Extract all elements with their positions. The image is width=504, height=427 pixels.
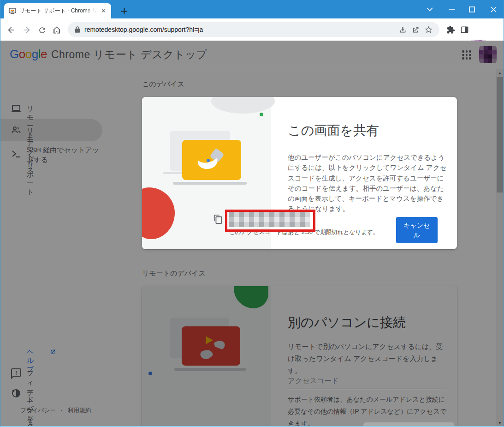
new-tab-button[interactable]: [119, 6, 130, 17]
cancel-button[interactable]: キャンセル: [396, 217, 438, 243]
download-icon: [398, 25, 407, 34]
bookmark-star-button[interactable]: [422, 23, 435, 36]
reload-button[interactable]: [36, 24, 48, 36]
share-card-body: 他のユーザーがこのパソコンにアクセスできるようにするには、以下をクリックしてワン…: [288, 152, 448, 214]
lock-icon: [74, 26, 81, 33]
extensions-button[interactable]: [444, 23, 457, 36]
browser-window: リモート サポート - Chrome リモート デスクトップ ✕: [0, 0, 504, 427]
download-button[interactable]: [396, 23, 409, 36]
page-viewport: G o o g l e Chrome リモート デスクトップ: [0, 41, 504, 427]
url-text: remotedesktop.google.com/support?hl=ja: [84, 26, 396, 33]
window-close-button[interactable]: [483, 0, 504, 18]
partial-bottom-button[interactable]: [363, 422, 454, 427]
window-maximize-button[interactable]: [461, 0, 482, 18]
laptop-base: [173, 182, 247, 185]
share-button[interactable]: [409, 23, 422, 36]
home-button[interactable]: [51, 24, 63, 36]
forward-button[interactable]: [21, 24, 33, 36]
laptop-hinge: [163, 172, 183, 174]
side-panel-button[interactable]: [458, 23, 471, 36]
star-icon: [424, 25, 433, 34]
browser-tab[interactable]: リモート サポート - Chrome リモート デスクトップ ✕: [4, 3, 111, 18]
copy-icon: [213, 214, 223, 224]
decor-green-dot: [260, 113, 263, 116]
tab-favicon-remote-desktop-icon: [9, 7, 16, 15]
tab-close-icon[interactable]: ✕: [100, 7, 107, 15]
home-icon: [52, 25, 61, 35]
plus-icon: [120, 7, 128, 15]
annotation-red-box: [225, 210, 315, 232]
share-card-title: この画面を共有: [288, 122, 379, 139]
window-minimize-button[interactable]: [441, 0, 462, 18]
back-button[interactable]: [5, 24, 17, 36]
decor-gray-blob: [211, 97, 275, 114]
minimize-icon: [449, 8, 455, 10]
chevron-down-icon: [426, 7, 433, 12]
reload-icon: [38, 26, 47, 35]
puzzle-icon: [446, 25, 455, 34]
close-icon: [491, 6, 497, 12]
arrow-right-icon: [22, 25, 31, 35]
side-panel-icon: [460, 25, 469, 34]
maximize-icon: [469, 6, 475, 12]
titlebar: リモート サポート - Chrome リモート デスクトップ ✕: [0, 0, 504, 18]
laptop-screen-yellow: [182, 140, 241, 180]
copy-access-code-button[interactable]: [212, 213, 225, 226]
decor-blue-dot: [207, 159, 210, 162]
arrow-left-icon: [6, 25, 16, 35]
tab-title: リモート サポート - Chrome リモート デスクトップ: [19, 7, 100, 15]
decor-red-blob: [142, 187, 175, 239]
browser-toolbar: remotedesktop.google.com/support?hl=ja: [0, 18, 504, 41]
address-bar[interactable]: remotedesktop.google.com/support?hl=ja: [68, 22, 439, 37]
share-icon: [411, 25, 420, 34]
window-chevron-button[interactable]: [419, 0, 440, 18]
